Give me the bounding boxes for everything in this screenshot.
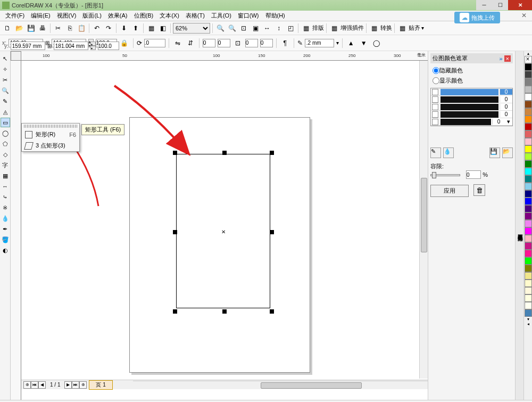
text-tool[interactable]: 字 [1, 160, 10, 170]
corner-tl-input[interactable] [203, 39, 215, 47]
palette-color-0[interactable] [525, 63, 532, 71]
zoom-select[interactable]: 62% [173, 23, 210, 34]
handle-bc[interactable] [222, 309, 227, 314]
zoom-page-button[interactable]: ▣ [250, 23, 261, 34]
dimension-tool[interactable]: ↔ [1, 182, 10, 191]
wrap-text-button[interactable]: ¶ [280, 38, 290, 48]
corner-br-input[interactable] [260, 39, 273, 47]
export-button[interactable]: ⬆ [130, 23, 141, 34]
save-mask-button[interactable]: 💾 [489, 147, 500, 158]
lock-ratio-button[interactable]: 🔒 [119, 38, 130, 48]
palette-color-1[interactable] [525, 71, 532, 78]
color-row-4[interactable]: 0▾ [431, 118, 512, 126]
color-swatch[interactable] [440, 89, 498, 95]
height-input[interactable] [54, 42, 88, 50]
enhance-icon[interactable]: ▦ [329, 23, 339, 34]
handle-bl[interactable] [173, 309, 177, 314]
redo-button[interactable]: ↷ [103, 23, 114, 34]
palette-color-15[interactable] [525, 175, 532, 183]
zoom-selection-button[interactable]: ◰ [285, 23, 296, 34]
docker-tab-strip[interactable]: 位图颜色遮罩 对象属性 [515, 51, 523, 400]
menu-effects[interactable]: 效果(A) [105, 11, 131, 21]
vertical-ruler[interactable] [11, 61, 21, 400]
zoom-fit-button[interactable]: ⊡ [238, 23, 249, 34]
corner-bl-input[interactable] [245, 39, 258, 47]
handle-tc[interactable] [222, 151, 227, 155]
convert-curves-button[interactable]: ◯ [371, 38, 382, 48]
eyedropper-button[interactable]: 💧 [443, 147, 454, 158]
menu-help[interactable]: 帮助(H) [262, 11, 288, 21]
color-row-0[interactable]: 0 [431, 88, 512, 96]
palette-color-32[interactable] [525, 302, 532, 309]
palette-scroll-down[interactable]: ▾ [524, 317, 532, 322]
rotate-input[interactable] [144, 39, 165, 47]
horizontal-scrollbar[interactable] [133, 381, 428, 389]
hide-colors-radio[interactable] [433, 67, 439, 74]
page-add-after-button[interactable]: ⊕ [79, 381, 87, 389]
menu-text[interactable]: 文本(X) [156, 11, 182, 21]
palette-color-16[interactable] [525, 183, 532, 190]
basic-shapes-tool[interactable]: ◇ [1, 150, 10, 159]
palette-color-23[interactable] [525, 235, 532, 242]
upload-button[interactable]: ☁ 拖拽上传 [454, 12, 500, 23]
interactive-tool[interactable]: ※ [1, 203, 10, 212]
palette-color-7[interactable] [525, 116, 532, 123]
palette-color-6[interactable] [525, 108, 532, 116]
page-tab-1[interactable]: 页 1 [89, 380, 112, 390]
edit-color-button[interactable]: ✎ [430, 147, 441, 158]
zoom-tool[interactable]: 🔍 [1, 86, 10, 95]
page-last-button[interactable]: ⏭ [72, 381, 79, 389]
transform-icon[interactable]: ▦ [369, 23, 379, 34]
print-button[interactable]: 🖶 [37, 23, 48, 34]
open-button[interactable]: 📂 [14, 23, 24, 34]
palette-color-9[interactable] [525, 130, 532, 138]
corner-tr-input[interactable] [218, 39, 230, 47]
palette-color-3[interactable] [525, 86, 532, 93]
page-next-button[interactable]: ▶ [64, 381, 72, 389]
handle-tl[interactable] [173, 151, 177, 155]
copy-button[interactable]: ⎘ [64, 23, 75, 34]
flyout-grip[interactable] [24, 125, 77, 128]
paste-button[interactable]: 📋 [76, 23, 87, 34]
color-row-1[interactable]: 0 [431, 96, 512, 103]
palette-color-19[interactable] [525, 205, 532, 212]
menu-edit[interactable]: 编辑(E) [28, 11, 54, 21]
freehand-tool[interactable]: ✎ [1, 96, 10, 106]
zoom-height-button[interactable]: ↕ [273, 23, 284, 34]
palette-color-30[interactable] [525, 287, 532, 294]
hscroll-thumb[interactable] [261, 382, 362, 389]
tolerance-slider[interactable] [430, 174, 460, 176]
to-front-button[interactable]: ▲ [346, 38, 356, 48]
snap-icon[interactable]: ▦ [397, 23, 408, 34]
palette-color-5[interactable] [525, 101, 532, 108]
cut-button[interactable]: ✂ [53, 23, 63, 34]
apply-button[interactable]: 应用 [430, 185, 469, 197]
slider-thumb[interactable] [432, 172, 436, 178]
handle-mr[interactable] [270, 230, 274, 234]
to-back-button[interactable]: ▼ [359, 38, 369, 48]
app-launcher-button[interactable]: ▦ [146, 23, 156, 34]
close-button[interactable]: ✕ [508, 0, 532, 10]
flyout-rectangle[interactable]: 矩形(R) F6 [22, 129, 79, 140]
menu-layout[interactable]: 版面(L) [79, 11, 104, 21]
palette-color-31[interactable] [525, 294, 532, 302]
page-prev-button[interactable]: ◀ [38, 381, 46, 389]
minimize-button[interactable]: ─ [476, 0, 492, 10]
mirror-v-button[interactable]: ⇵ [185, 38, 196, 48]
palette-color-22[interactable] [525, 227, 532, 235]
zoom-in-button[interactable]: 🔍 [215, 23, 226, 34]
tolerance-input[interactable] [466, 170, 481, 179]
maximize-button[interactable]: ☐ [492, 0, 508, 10]
outline-tool[interactable]: ✒ [1, 224, 10, 234]
menu-view[interactable]: 视图(V) [54, 11, 80, 21]
undo-button[interactable]: ↶ [92, 23, 102, 34]
shape-tool[interactable]: ✧ [1, 64, 10, 74]
handle-tr[interactable] [270, 151, 274, 155]
ellipse-tool[interactable]: ◯ [1, 128, 10, 138]
palette-color-29[interactable] [525, 280, 532, 287]
palette-color-17[interactable] [525, 190, 532, 198]
palette-flyout[interactable]: ◂ [524, 322, 532, 326]
canvas[interactable]: ✕ ⊕ ⏮ ◀ 1 / 1 ▶ ⏭ ⊕ [21, 61, 428, 389]
show-colors-radio[interactable] [433, 77, 439, 84]
fill-tool[interactable]: 🪣 [1, 235, 10, 244]
